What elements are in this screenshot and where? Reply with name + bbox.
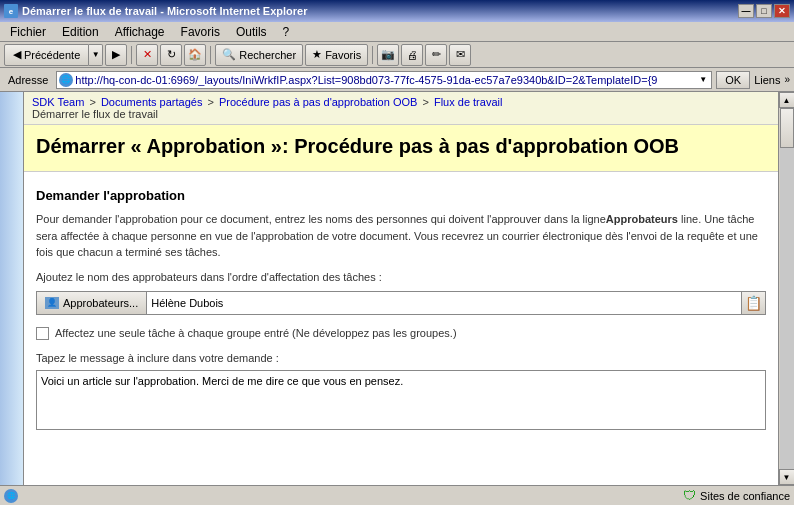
breadcrumb: SDK Team > Documents partagés > Procédur… — [24, 92, 778, 125]
approbateurs-row: 👤 Approbateurs... 📋 — [36, 291, 766, 315]
status-globe-icon: 🌐 — [4, 489, 18, 503]
approbateurs-input[interactable] — [146, 291, 742, 315]
separator-1 — [131, 46, 132, 64]
favorites-button[interactable]: ★ Favoris — [305, 44, 368, 66]
maximize-button[interactable]: □ — [756, 4, 772, 18]
print-button[interactable]: 🖨 — [401, 44, 423, 66]
message-textarea[interactable]: Voici un article sur l'approbation. Merc… — [36, 370, 766, 430]
add-label: Ajoutez le nom des approbateurs dans l'o… — [36, 271, 766, 283]
stop-button[interactable]: ✕ — [136, 44, 158, 66]
forward-button[interactable]: ▶ — [105, 44, 127, 66]
edit-button[interactable]: ✏ — [425, 44, 447, 66]
menu-favoris[interactable]: Favoris — [175, 24, 226, 40]
people-icon: 👤 — [45, 297, 59, 309]
home-button[interactable]: 🏠 — [184, 44, 206, 66]
window-title: Démarrer le flux de travail - Microsoft … — [22, 5, 307, 17]
checkbox-row: Affectez une seule tâche à chaque groupe… — [36, 327, 766, 340]
shield-icon: 🛡 — [683, 488, 696, 503]
go-button[interactable]: OK — [716, 71, 750, 89]
menu-fichier[interactable]: Fichier — [4, 24, 52, 40]
menu-aide[interactable]: ? — [277, 24, 296, 40]
media-button[interactable]: 📷 — [377, 44, 399, 66]
scroll-track[interactable] — [780, 108, 794, 469]
links-label: Liens — [754, 74, 780, 86]
menu-edition[interactable]: Edition — [56, 24, 105, 40]
address-text: http://hq-con-dc-01:6969/_layouts/IniWrk… — [75, 74, 695, 86]
checkbox-label: Affectez une seule tâche à chaque groupe… — [55, 327, 457, 339]
breadcrumb-link-procedure[interactable]: Procédure pas à pas d'approbation OOB — [219, 96, 417, 108]
address-dropdown-icon: ▼ — [697, 75, 709, 84]
menu-outils[interactable]: Outils — [230, 24, 273, 40]
title-bar: e Démarrer le flux de travail - Microsof… — [0, 0, 794, 22]
close-button[interactable]: ✕ — [774, 4, 790, 18]
app-icon: e — [4, 4, 18, 18]
breadcrumb-current: Démarrer le flux de travail — [32, 108, 158, 120]
message-label: Tapez le message à inclure dans votre de… — [36, 352, 766, 364]
status-bar: 🌐 🛡 Sites de confiance — [0, 485, 794, 505]
scroll-thumb[interactable] — [780, 108, 794, 148]
right-scrollbar: ▲ ▼ — [778, 92, 794, 485]
page-title: Démarrer « Approbation »: Procédure pas … — [36, 133, 766, 159]
browser-content: SDK Team > Documents partagés > Procédur… — [0, 92, 794, 485]
breadcrumb-link-flux[interactable]: Flux de travail — [434, 96, 502, 108]
address-input-wrap[interactable]: 🌐 http://hq-con-dc-01:6969/_layouts/IniW… — [56, 71, 712, 89]
menu-affichage[interactable]: Affichage — [109, 24, 171, 40]
separator-3 — [372, 46, 373, 64]
toolbar: ◀ Précédente ▼ ▶ ✕ ↻ 🏠 🔍 Rechercher ★ Fa… — [0, 42, 794, 68]
breadcrumb-link-docs[interactable]: Documents partagés — [101, 96, 203, 108]
back-dropdown-button[interactable]: ▼ — [89, 44, 103, 66]
search-icon: 🔍 — [222, 48, 236, 61]
menu-bar: Fichier Edition Affichage Favoris Outils… — [0, 22, 794, 42]
status-right: 🛡 Sites de confiance — [683, 488, 790, 503]
scroll-up-button[interactable]: ▲ — [779, 92, 795, 108]
minimize-button[interactable]: — — [738, 4, 754, 18]
left-sidebar — [0, 92, 24, 485]
links-expand-icon: » — [784, 74, 790, 85]
mail-button[interactable]: ✉ — [449, 44, 471, 66]
approbateurs-button[interactable]: 👤 Approbateurs... — [36, 291, 146, 315]
back-button[interactable]: ◀ Précédente — [4, 44, 89, 66]
status-left: 🌐 — [4, 489, 18, 503]
address-label: Adresse — [4, 74, 52, 86]
page-icon: 🌐 — [59, 73, 73, 87]
page-title-area: Démarrer « Approbation »: Procédure pas … — [24, 125, 778, 172]
search-button[interactable]: 🔍 Rechercher — [215, 44, 303, 66]
picker-button[interactable]: 📋 — [742, 291, 766, 315]
description-text: Pour demander l'approbation pour ce docu… — [36, 211, 766, 261]
refresh-button[interactable]: ↻ — [160, 44, 182, 66]
back-arrow-icon: ◀ — [13, 48, 21, 61]
star-icon: ★ — [312, 48, 322, 61]
breadcrumb-link-sdk[interactable]: SDK Team — [32, 96, 84, 108]
section-title: Demander l'approbation — [36, 188, 766, 203]
form-area: Demander l'approbation Pour demander l'a… — [24, 172, 778, 449]
scroll-down-button[interactable]: ▼ — [779, 469, 795, 485]
single-task-checkbox[interactable] — [36, 327, 49, 340]
status-text: Sites de confiance — [700, 490, 790, 502]
separator-2 — [210, 46, 211, 64]
address-bar: Adresse 🌐 http://hq-con-dc-01:6969/_layo… — [0, 68, 794, 92]
page-content: SDK Team > Documents partagés > Procédur… — [24, 92, 778, 485]
